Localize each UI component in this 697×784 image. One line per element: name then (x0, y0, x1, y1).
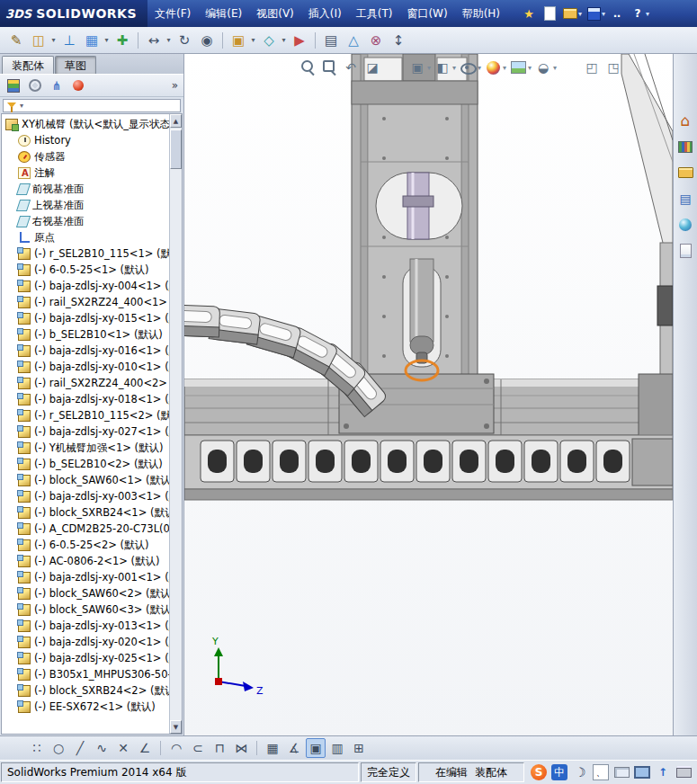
previous-view-icon[interactable]: ↶ (341, 58, 361, 77)
tree-item[interactable]: (-) baja-zdlsj-xy-025<1> (默认) (2, 650, 169, 666)
show-hidden-components-icon[interactable]: ◉ (196, 30, 218, 51)
tree-item[interactable]: (-) baja-zdlsj-xy-013<1> (默认) (2, 618, 169, 634)
menu-view[interactable]: 视图(V) (249, 0, 301, 27)
mate-icon[interactable]: ⊥ (58, 30, 80, 51)
scroll-down-icon[interactable]: ▼ (170, 720, 182, 734)
sketch-entities-icon[interactable]: ∷ (27, 738, 47, 758)
tree-root-item[interactable]: XY机械臂 (默认<默认_显示状态-1>) (2, 116, 169, 132)
tree-item[interactable]: (-) baja-zdlsj-xy-015<1> (默认) (2, 310, 169, 326)
dropdown-arrow-icon[interactable]: ▾ (602, 10, 605, 18)
tree-item[interactable]: (-) r_SEL2B10_115<1> (默认) (2, 245, 169, 262)
tree-item[interactable]: (-) EE-SX672<1> (默认) (2, 699, 169, 715)
favorites-star-icon[interactable]: ★ (520, 4, 538, 22)
ime-punctuation-icon[interactable]: 、 (593, 764, 609, 780)
more-commands-icon[interactable]: ‥ (608, 4, 626, 22)
view-orientation-icon[interactable]: ▣ (407, 58, 427, 77)
component-pattern-icon[interactable]: ▦ (81, 30, 103, 51)
exploded-view-icon[interactable]: △ (343, 30, 364, 51)
menu-file[interactable]: 文件(F) (147, 0, 198, 27)
separator[interactable] (311, 30, 319, 51)
mirror-entities-icon[interactable]: ⋈ (231, 738, 251, 758)
tree-item[interactable]: (-) Y机械臂加强<1> (默认) (2, 440, 169, 456)
circle-icon[interactable]: ○ (49, 738, 68, 758)
line-icon[interactable]: ╱ (70, 738, 90, 758)
separator[interactable] (253, 738, 261, 758)
dropdown-arrow-icon[interactable]: ▾ (249, 36, 257, 44)
table-icon[interactable]: ⊞ (349, 738, 369, 758)
tree-item[interactable]: (-) block_SAW60<3> (默认) (2, 601, 169, 618)
menu-edit[interactable]: 编辑(E) (198, 0, 249, 27)
tree-item[interactable]: (-) rail_SX2RZ24_400<1> (默认) (2, 294, 169, 310)
dropdown-arrow-icon[interactable]: ▾ (646, 10, 649, 18)
edit-appearance-icon[interactable] (483, 58, 503, 77)
separator[interactable] (219, 30, 227, 51)
instant3d-icon[interactable]: ↕ (388, 30, 409, 51)
dropdown-arrow-icon[interactable]: ▾ (578, 10, 582, 18)
edit-component-icon[interactable]: ✎ (5, 30, 27, 51)
tree-item[interactable]: 前视基准面 (2, 181, 169, 197)
rotate-component-icon[interactable]: ↻ (174, 30, 195, 51)
new-document-icon[interactable] (541, 4, 558, 22)
filter-dropdown-icon[interactable]: ▾ (20, 102, 23, 110)
featuremanager-tree-icon[interactable] (5, 77, 22, 94)
dropdown-arrow-icon[interactable]: ▾ (49, 36, 58, 44)
reference-geometry-icon[interactable]: ◇ (258, 30, 280, 51)
tree-item[interactable]: (-) baja-zdlsj-xy-004<1> (默认) (2, 278, 169, 294)
tab-sketch[interactable]: 草图 (55, 56, 96, 74)
design-library-icon[interactable] (676, 138, 694, 156)
hud-gap[interactable] (558, 58, 580, 77)
apply-scene-icon[interactable] (508, 58, 528, 77)
separator[interactable] (156, 738, 165, 758)
tree-item[interactable]: 注解 (2, 165, 169, 181)
assembly-features-icon[interactable]: ▣ (228, 30, 249, 51)
menu-window[interactable]: 窗口(W) (399, 0, 454, 27)
display-style-icon[interactable]: ◧ (433, 58, 452, 77)
tree-item[interactable]: (-) 6-0.5-25<2> (默认) (2, 537, 169, 553)
tree-item[interactable]: (-) baja-zdlsj-xy-016<1> (默认) (2, 343, 169, 359)
new-motion-study-icon[interactable]: ▶ (289, 30, 310, 51)
tree-item[interactable]: (-) baja-zdlsj-xy-018<1> (默认) (2, 391, 169, 407)
section-view-icon[interactable]: ◪ (362, 58, 382, 77)
network-status-icon[interactable] (634, 764, 650, 780)
tree-item[interactable]: 传感器 (2, 148, 169, 165)
ime-chinese-icon[interactable]: 中 (551, 764, 567, 780)
hud-gap[interactable] (384, 58, 406, 77)
dropdown-arrow-icon[interactable]: ▾ (503, 64, 506, 72)
tree-item[interactable]: (-) block_SXRB24<2> (默认) (2, 682, 169, 699)
custom-properties-icon[interactable] (676, 242, 694, 260)
menu-help[interactable]: 帮助(H) (455, 0, 507, 27)
tree-item[interactable]: (-) b_SEL2B10<2> (默认) (2, 456, 169, 472)
dropdown-arrow-icon[interactable]: ▾ (165, 36, 173, 44)
tree-item[interactable]: (-) block_SAW60<1> (默认) (2, 472, 169, 488)
scrollbar-track[interactable] (170, 169, 182, 720)
solidworks-resources-icon[interactable]: ⌂ (676, 111, 694, 129)
propertymanager-icon[interactable] (27, 77, 43, 94)
help-icon[interactable]: ? (629, 4, 647, 22)
spline-icon[interactable]: ∿ (92, 738, 112, 758)
tab-assembly[interactable]: 装配体 (2, 56, 54, 74)
zoom-fit-icon[interactable] (298, 58, 317, 77)
ime-fullmoon-icon[interactable]: ☽ (572, 764, 588, 780)
dropdown-arrow-icon[interactable]: ▾ (553, 64, 557, 72)
smart-dimension-icon[interactable]: ∠ (135, 738, 155, 758)
tree-item[interactable]: (-) block_SAW60<2> (默认) (2, 585, 169, 601)
separator[interactable] (134, 30, 142, 51)
pane-split-left-icon[interactable]: ◰ (582, 58, 602, 77)
graphics-viewport[interactable]: Y Z ↶ (184, 54, 673, 735)
dropdown-arrow-icon[interactable]: ▾ (452, 64, 456, 72)
pane-split-right-icon[interactable]: ◳ (603, 58, 623, 77)
view-settings-icon[interactable]: ◒ (533, 58, 553, 77)
insert-components-icon[interactable]: ◫ (28, 30, 49, 51)
ime-keyboard-icon[interactable] (613, 764, 630, 780)
scrollbar-thumb[interactable] (170, 129, 182, 169)
tree-item[interactable]: (-) A_CDM2B25-20-C73L(0) (2, 521, 169, 537)
menu-insert[interactable]: 插入(I) (301, 0, 349, 27)
convert-entities-icon[interactable]: ⊂ (188, 738, 208, 758)
trim-entities-icon[interactable]: ✕ (113, 738, 133, 758)
interference-detection-icon[interactable]: ⊗ (365, 30, 387, 51)
move-component-icon[interactable]: ↔ (143, 30, 165, 51)
upload-status-icon[interactable]: ↑ (655, 764, 671, 780)
panel-collapse-chevron[interactable]: » (172, 79, 178, 92)
tree-scrollbar[interactable]: ▲ ▼ (169, 114, 182, 734)
arc-icon[interactable]: ◠ (166, 738, 186, 758)
